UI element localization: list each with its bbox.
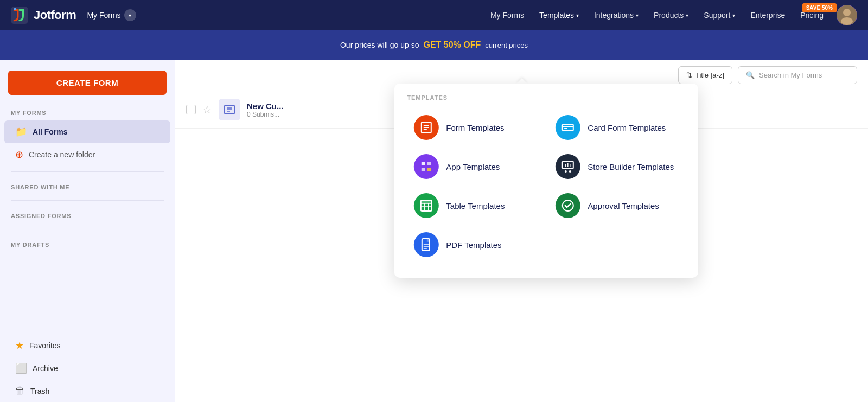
svg-point-1 bbox=[14, 8, 17, 10]
nav-templates[interactable]: Templates ▾ bbox=[533, 8, 585, 23]
folder-icon: 📁 bbox=[15, 126, 27, 138]
table-templates-label: Table Templates bbox=[446, 201, 505, 210]
logo-area[interactable]: Jotform bbox=[11, 7, 76, 24]
dropdown-item-app-templates[interactable]: App Templates bbox=[407, 149, 543, 184]
sidebar-item-label: Favorites bbox=[29, 341, 61, 350]
svg-rect-32 bbox=[420, 200, 431, 203]
search-icon: 🔍 bbox=[746, 71, 755, 79]
card-form-templates-icon bbox=[555, 115, 580, 140]
svg-rect-19 bbox=[427, 168, 431, 171]
sort-label: Title [a-z] bbox=[695, 71, 724, 79]
archive-icon: ⬜ bbox=[15, 362, 27, 374]
sidebar: CREATE FORM MY FORMS 📁 All Forms ⊕ Creat… bbox=[0, 60, 175, 402]
search-placeholder: Search in My Forms bbox=[759, 71, 822, 79]
card-form-templates-label: Card Form Templates bbox=[588, 123, 666, 132]
store-templates-icon bbox=[555, 154, 580, 179]
nav-support[interactable]: Support ▾ bbox=[697, 8, 742, 23]
dropdown-item-pdf-templates[interactable]: PDF Templates bbox=[407, 227, 543, 263]
pdf-templates-label: PDF Templates bbox=[446, 240, 501, 250]
chevron-down-icon: ▾ bbox=[686, 12, 688, 18]
sidebar-item-label: Create a new folder bbox=[29, 150, 95, 159]
main-layout: CREATE FORM MY FORMS 📁 All Forms ⊕ Creat… bbox=[0, 60, 868, 402]
nav-integrations[interactable]: Integrations ▾ bbox=[588, 8, 645, 23]
dropdown-item-form-templates[interactable]: Form Templates bbox=[407, 110, 543, 145]
form-star[interactable]: ☆ bbox=[202, 103, 212, 116]
templates-dropdown: TEMPLATES bbox=[394, 84, 698, 278]
svg-rect-13 bbox=[562, 124, 573, 131]
chevron-down-icon: ▾ bbox=[576, 12, 579, 18]
dropdown-grid: Form Templates Card Form bbox=[407, 110, 685, 263]
svg-rect-15 bbox=[564, 128, 567, 129]
sidebar-item-all-forms[interactable]: 📁 All Forms bbox=[4, 120, 170, 143]
dropdown-item-store-templates[interactable]: Store Builder Templates bbox=[548, 149, 685, 184]
sidebar-divider-4 bbox=[11, 258, 164, 258]
plus-icon: ⊕ bbox=[15, 149, 23, 161]
nav-enterprise[interactable]: Enterprise bbox=[744, 8, 792, 23]
svg-point-21 bbox=[564, 170, 566, 173]
form-checkbox[interactable] bbox=[186, 105, 196, 114]
form-title: New Cu... bbox=[247, 101, 284, 111]
svg-point-22 bbox=[569, 170, 571, 173]
main-content: ⇅ Title [a-z] 🔍 Search in My Forms ☆ Ne bbox=[175, 60, 868, 402]
nav-products[interactable]: Products ▾ bbox=[647, 8, 695, 23]
banner-sub: current prices bbox=[485, 41, 528, 49]
assigned-section-label: ASSIGNED FORMS bbox=[0, 206, 175, 224]
sort-button[interactable]: ⇅ Title [a-z] bbox=[678, 66, 732, 84]
banner-highlight: GET 50% OFF bbox=[423, 40, 481, 50]
approval-templates-icon bbox=[555, 193, 580, 218]
banner-text: Our prices will go up so bbox=[340, 41, 419, 49]
create-form-button[interactable]: CREATE FORM bbox=[8, 71, 167, 95]
table-templates-icon bbox=[413, 193, 438, 218]
nav-links: My Forms Templates ▾ Integrations ▾ Prod… bbox=[484, 8, 830, 23]
top-navigation: Jotform My Forms ▾ My Forms Templates ▾ … bbox=[0, 0, 868, 30]
user-avatar[interactable] bbox=[837, 5, 857, 25]
dropdown-caret bbox=[516, 78, 527, 84]
svg-rect-17 bbox=[427, 162, 431, 165]
nav-my-forms[interactable]: My Forms bbox=[484, 8, 531, 23]
dropdown-item-table-templates[interactable]: Table Templates bbox=[407, 188, 543, 224]
sidebar-item-label: All Forms bbox=[33, 127, 68, 136]
my-forms-dropdown-trigger[interactable]: My Forms ▾ bbox=[87, 9, 136, 21]
pdf-templates-icon bbox=[413, 232, 438, 257]
svg-point-4 bbox=[841, 17, 853, 25]
sidebar-divider-2 bbox=[11, 200, 164, 201]
app-templates-icon bbox=[413, 154, 438, 179]
my-forms-section-label: MY FORMS bbox=[0, 103, 175, 120]
dropdown-section-label: TEMPLATES bbox=[407, 94, 685, 101]
svg-rect-16 bbox=[421, 162, 425, 165]
form-templates-icon bbox=[413, 115, 438, 140]
sort-icon: ⇅ bbox=[686, 71, 692, 79]
chevron-down-icon: ▾ bbox=[124, 9, 136, 21]
chevron-down-icon: ▾ bbox=[636, 12, 639, 18]
star-icon: ★ bbox=[15, 340, 24, 352]
logo-text: Jotform bbox=[34, 8, 76, 22]
drafts-section-label: MY DRAFTS bbox=[0, 235, 175, 252]
shared-section-label: SHARED WITH ME bbox=[0, 177, 175, 195]
store-templates-label: Store Builder Templates bbox=[588, 162, 674, 171]
promo-banner: Our prices will go up so GET 50% OFF cur… bbox=[0, 30, 868, 60]
form-icon bbox=[219, 99, 240, 120]
form-templates-label: Form Templates bbox=[446, 123, 504, 132]
sidebar-item-trash[interactable]: 🗑 Trash bbox=[4, 380, 170, 402]
svg-point-3 bbox=[843, 9, 851, 16]
app-templates-label: App Templates bbox=[446, 162, 500, 171]
dropdown-item-approval-templates[interactable]: Approval Templates bbox=[548, 188, 685, 224]
sidebar-divider-3 bbox=[11, 229, 164, 229]
sidebar-item-archive[interactable]: ⬜ Archive bbox=[4, 357, 170, 380]
approval-templates-label: Approval Templates bbox=[588, 201, 659, 210]
sidebar-item-favorites[interactable]: ★ Favorites bbox=[4, 334, 170, 357]
sidebar-item-create-folder[interactable]: ⊕ Create a new folder bbox=[4, 143, 170, 166]
svg-rect-18 bbox=[421, 168, 425, 171]
sidebar-bottom: ★ Favorites ⬜ Archive 🗑 Trash bbox=[0, 334, 175, 402]
jotform-logo-icon bbox=[11, 7, 28, 24]
form-sub: 0 Submis... bbox=[247, 111, 284, 118]
sidebar-item-label: Trash bbox=[30, 387, 49, 395]
chevron-down-icon: ▾ bbox=[732, 12, 735, 18]
search-box[interactable]: 🔍 Search in My Forms bbox=[738, 66, 857, 84]
dropdown-item-card-form-templates[interactable]: Card Form Templates bbox=[548, 110, 685, 145]
save-badge: SAVE 50% bbox=[802, 3, 837, 12]
trash-icon: 🗑 bbox=[15, 385, 25, 397]
sidebar-divider-1 bbox=[11, 171, 164, 172]
sidebar-item-label: Archive bbox=[33, 364, 58, 373]
form-row-info: New Cu... 0 Submis... bbox=[247, 101, 284, 118]
